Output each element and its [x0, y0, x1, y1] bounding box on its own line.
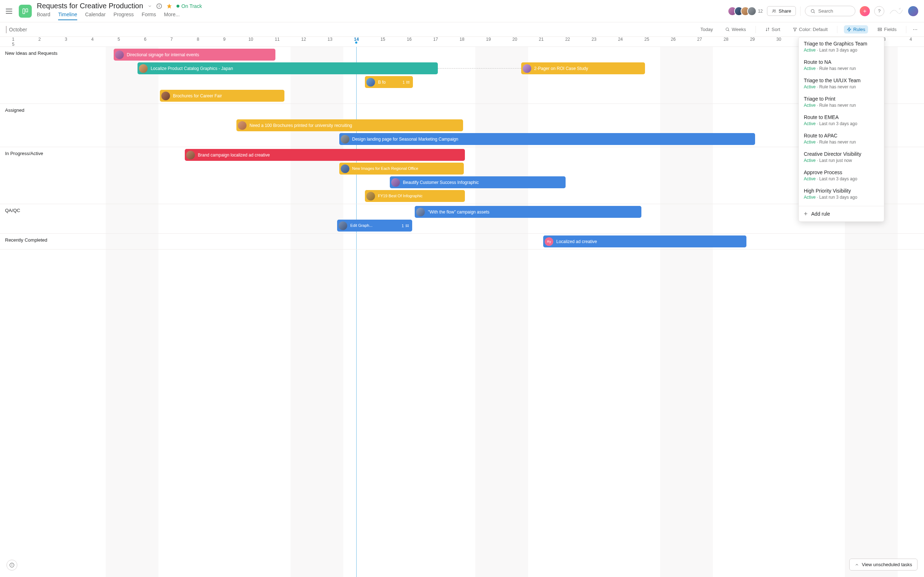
date-cell: 5 — [0, 42, 26, 47]
rule-item[interactable]: Route to NAActive · Rule has never run — [799, 56, 884, 74]
tab-calendar[interactable]: Calendar — [85, 11, 106, 20]
divider — [800, 6, 801, 16]
color-button[interactable]: Color: Default — [790, 25, 830, 34]
task-bar[interactable]: Edit Graph...1 — [337, 220, 412, 232]
date-cell: 23 — [581, 37, 607, 42]
date-cell: 2 — [26, 37, 53, 42]
assignee-avatar — [366, 78, 375, 87]
rule-title: Triage to the UI/UX Team — [804, 77, 879, 83]
task-title: "With the flow" campaign assets — [428, 210, 489, 214]
project-members[interactable]: 12 — [728, 6, 762, 16]
task-bar[interactable]: Design landing page for Seasonal Marketi… — [339, 133, 755, 145]
today-button[interactable]: Today — [698, 25, 716, 34]
svg-point-7 — [775, 10, 775, 11]
task-title: FY19 Best Of Infographic — [378, 193, 423, 198]
task-bar[interactable]: Brand campaign localized ad creative — [185, 149, 465, 161]
task-bar[interactable]: Localize Product Catalog Graphics - Japa… — [137, 62, 438, 74]
rule-item[interactable]: Triage to PrintActive · Rule has never r… — [799, 92, 884, 111]
date-cell: 26 — [660, 37, 687, 42]
rule-item[interactable]: Triage to the Graphics TeamActive · Last… — [799, 37, 884, 56]
task-row: RyLocalized ad creative — [0, 235, 924, 247]
svg-rect-1 — [26, 9, 28, 12]
rule-item[interactable]: Route to APACActive · Rule has never run — [799, 129, 884, 148]
rule-item[interactable]: Move to In ProgressActive — [799, 203, 884, 206]
project-info-icon[interactable] — [156, 3, 162, 9]
tab-board[interactable]: Board — [37, 11, 50, 20]
zoom-weeks[interactable]: Weeks — [722, 25, 749, 34]
favorite-star-icon[interactable] — [166, 3, 172, 9]
lightning-icon — [847, 27, 851, 32]
global-add-button[interactable] — [860, 6, 870, 16]
task-bar[interactable]: RyLocalized ad creative — [543, 235, 746, 247]
more-actions[interactable]: ⋯ — [913, 27, 918, 32]
help-button[interactable]: ? — [874, 6, 884, 16]
svg-rect-0 — [23, 9, 24, 14]
sort-button[interactable]: Sort — [762, 25, 783, 34]
assignee-avatar — [416, 208, 425, 216]
task-bar[interactable]: New Images for Each Regional Office — [339, 163, 464, 174]
date-cell: 28 — [713, 37, 739, 42]
task-bar[interactable]: Directional signage for internal events — [114, 49, 275, 61]
task-bar[interactable]: Beautify Customer Success Infographic — [390, 176, 565, 188]
task-bar[interactable]: B fo1 — [365, 76, 413, 88]
tab-forms[interactable]: Forms — [142, 11, 156, 20]
task-title: Localize Product Catalog Graphics - Japa… — [150, 66, 233, 71]
tab-progress[interactable]: Progress — [114, 11, 134, 20]
project-menu-caret[interactable] — [148, 4, 152, 8]
task-bar[interactable]: Brochures for Career Fair — [160, 90, 285, 102]
date-cell: 11 — [264, 37, 290, 42]
search-input[interactable] — [818, 8, 847, 14]
menu-toggle[interactable] — [6, 9, 12, 14]
unscheduled-button[interactable]: View unscheduled tasks — [849, 559, 918, 571]
svg-point-8 — [811, 10, 814, 12]
date-cell: 4 — [79, 37, 105, 42]
rule-item[interactable]: Creative Director VisibilityActive · Las… — [799, 148, 884, 166]
assignee-avatar — [391, 178, 400, 187]
task-bar[interactable]: 2-Pager on ROI Case Study — [521, 62, 645, 74]
rule-title: Approve Process — [804, 169, 879, 175]
search-box[interactable] — [805, 6, 855, 16]
svg-point-4 — [159, 5, 159, 5]
zoom-icon — [725, 27, 730, 32]
tab-timeline[interactable]: Timeline — [58, 11, 77, 20]
task-row: "With the flow" campaign assets — [0, 206, 924, 218]
task-title: Beautify Customer Success Infographic — [403, 180, 478, 185]
date-cell: 6 — [132, 37, 158, 42]
share-button[interactable]: Share — [767, 6, 796, 16]
rule-item[interactable]: Route to EMEAActive · Last run 3 days ag… — [799, 111, 884, 129]
svg-point-23 — [12, 564, 12, 564]
tab-more[interactable]: More... — [164, 11, 180, 20]
rule-meta: Active · Last run 3 days ago — [804, 121, 879, 126]
fields-button[interactable]: Fields — [874, 25, 900, 34]
date-cell: 13 — [317, 37, 343, 42]
rule-meta: Active · Rule has never run — [804, 140, 879, 145]
task-title: 2-Pager on ROI Case Study — [534, 66, 588, 71]
info-float-button[interactable] — [6, 560, 17, 571]
rule-item[interactable]: High Priority VisibilityActive · Last ru… — [799, 184, 884, 203]
rules-button[interactable]: Rules — [844, 25, 868, 34]
project-status[interactable]: On Track — [176, 3, 202, 9]
dependency-line — [438, 68, 521, 69]
svg-rect-16 — [878, 30, 882, 31]
date-cell: 29 — [739, 37, 766, 42]
timeline-section: Recently CompletedRyLocalized ad creativ… — [0, 234, 924, 250]
task-bar[interactable]: Need a 100 Brochures printed for univers… — [236, 119, 463, 131]
rule-item[interactable]: Triage to the UI/UX TeamActive · Rule ha… — [799, 74, 884, 92]
task-title: Localized ad creative — [556, 239, 597, 244]
rule-item[interactable]: Approve ProcessActive · Last run 3 days … — [799, 166, 884, 184]
org-logo — [888, 6, 904, 16]
timeline-section: AssignedNeed a 100 Brochures printed for… — [0, 104, 924, 147]
task-bar[interactable]: "With the flow" campaign assets — [415, 206, 641, 218]
date-cell: 9 — [211, 37, 237, 42]
task-row: Localize Product Catalog Graphics - Japa… — [0, 62, 924, 74]
rule-meta: Active · Rule has never run — [804, 84, 879, 89]
rule-title: Triage to Print — [804, 96, 879, 102]
status-label: On Track — [181, 3, 202, 9]
svg-point-20 — [408, 226, 409, 227]
project-icon[interactable] — [19, 5, 32, 18]
user-avatar[interactable] — [908, 6, 918, 16]
task-bar[interactable]: FY19 Best Of Infographic — [365, 190, 465, 202]
rule-meta: Active · Last run 3 days ago — [804, 176, 879, 181]
add-rule-button[interactable]: + Add rule — [799, 206, 884, 221]
date-cell: 22 — [554, 37, 581, 42]
